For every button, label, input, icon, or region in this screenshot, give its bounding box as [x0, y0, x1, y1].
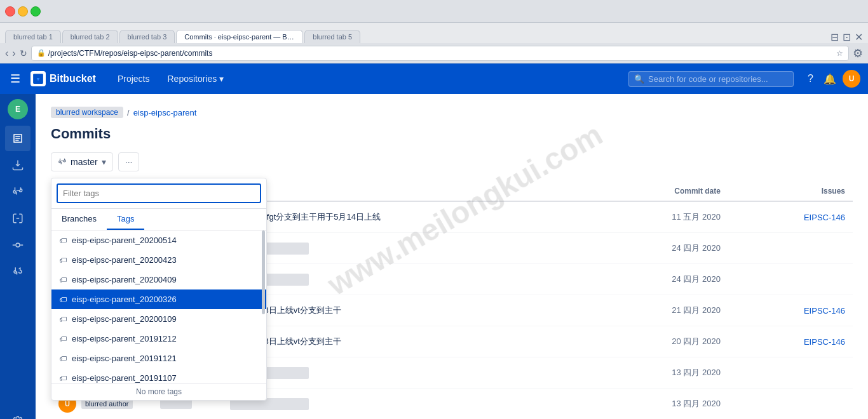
maximize-window-btn[interactable]: [31, 6, 41, 17]
commit-date: 21 四月 2020: [672, 305, 721, 315]
commit-date-cell: 13 四月 2020: [587, 389, 728, 420]
bitbucket-logo[interactable]: Bitbucket: [31, 71, 96, 86]
commit-message-cell: 合并4月23日上线vt分支到主干: [222, 326, 587, 357]
commit-date: 20 四月 2020: [672, 336, 721, 346]
sidebar-item-branches[interactable]: [5, 179, 31, 204]
browser-tab[interactable]: blurred tab 2: [62, 30, 118, 43]
sidebar-settings-btn[interactable]: [5, 409, 31, 419]
tag-label: eisp-eipsc-parent_20191212: [72, 334, 177, 343]
issue-link[interactable]: EIPSC-146: [804, 337, 845, 347]
commit-date: 24 四月 2020: [672, 243, 721, 253]
commit-date: 24 四月 2020: [672, 274, 721, 284]
svg-point-0: [16, 243, 20, 247]
tag-label: eisp-eipsc-parent_20200326: [72, 295, 177, 304]
minimize-icon[interactable]: ⊟: [831, 31, 839, 43]
close-icon[interactable]: ✕: [855, 31, 863, 43]
breadcrumb-separator: /: [127, 108, 130, 117]
tag-label: eisp-eipsc-parent_20191121: [72, 354, 177, 363]
dropdown-footer: No more tags: [51, 383, 266, 400]
branch-selector-row: master ▾ ··· Branches Tags 🏷 eisp-eipsc-…: [51, 152, 853, 171]
commit-issue-cell: EIPSC-146: [728, 326, 853, 357]
branch-icon: [58, 157, 67, 166]
branch-selector-btn[interactable]: master ▾: [51, 152, 113, 171]
branches-tab[interactable]: Branches: [51, 209, 107, 230]
address-bar[interactable]: 🔒 /projects/CTFM/repos/eisp-eipsc-parent…: [31, 46, 849, 61]
sidebar-item-downloads[interactable]: [5, 152, 31, 178]
commit-date-cell: 20 四月 2020: [587, 326, 728, 357]
list-item[interactable]: 🏷 eisp-eipsc-parent_20200514: [51, 230, 266, 250]
list-item[interactable]: 🏷 eisp-eipsc-parent_20200409: [51, 270, 266, 289]
browser-tab[interactable]: blurred tab 5: [304, 30, 360, 43]
commit-message-cell: [222, 233, 587, 264]
window-controls[interactable]: [5, 6, 41, 17]
tag-icon: 🏷: [59, 354, 67, 363]
commit-issue-cell: [728, 357, 853, 389]
commit-date: 13 四月 2020: [672, 399, 721, 408]
search-input[interactable]: [648, 74, 788, 84]
minimize-window-btn[interactable]: [18, 6, 28, 17]
lock-icon: 🔒: [37, 49, 46, 57]
tag-label: eisp-eipsc-parent_20200423: [72, 255, 177, 265]
refresh-btn[interactable]: ↻: [20, 48, 27, 58]
back-btn[interactable]: ‹: [5, 48, 8, 59]
notifications-icon[interactable]: 🔔: [820, 69, 840, 89]
commit-date-cell: 24 四月 2020: [587, 264, 728, 295]
commit-issue-cell: [728, 264, 853, 295]
list-item[interactable]: 🏷 eisp-eipsc-parent_20191121: [51, 349, 266, 368]
col-date: Commit date: [587, 182, 728, 201]
list-item[interactable]: 🏷 eisp-eipsc-parent_20191107: [51, 368, 266, 383]
commit-date-cell: 24 四月 2020: [587, 233, 728, 264]
nav-projects-link[interactable]: Projects: [111, 74, 156, 84]
address-text: /projects/CTFM/repos/eisp-eipsc-parent/c…: [48, 49, 213, 58]
list-item[interactable]: 🏷 eisp-eipsc-parent_20191212: [51, 329, 266, 349]
scrollbar-thumb[interactable]: [262, 230, 265, 314]
browser-tab[interactable]: blurred tab 1: [5, 30, 61, 43]
more-options-btn[interactable]: ···: [118, 152, 140, 171]
page-title: Commits: [51, 126, 853, 142]
sidebar-item-source[interactable]: [5, 126, 31, 151]
user-avatar[interactable]: U: [843, 70, 860, 88]
breadcrumb-repo-link[interactable]: eisp-eipsc-parent: [133, 108, 197, 117]
browser-tab[interactable]: blurred tab 3: [119, 30, 175, 43]
tag-icon: 🏷: [59, 276, 67, 284]
hamburger-menu-btn[interactable]: ☰: [8, 69, 23, 88]
filter-tags-input[interactable]: [57, 183, 261, 203]
forward-btn[interactable]: ›: [12, 48, 15, 59]
extensions-icon[interactable]: ⚙: [853, 46, 863, 60]
tag-label: eisp-eipsc-parent_20200409: [72, 275, 177, 284]
nav-search-box[interactable]: 🔍: [628, 71, 794, 87]
tag-label: eisp-eipsc-parent_20191107: [72, 373, 177, 383]
list-item[interactable]: 🏷 eisp-eipsc-parent_20200423: [51, 250, 266, 270]
help-icon[interactable]: ?: [804, 69, 817, 88]
restore-icon[interactable]: ⊡: [843, 31, 851, 43]
bitbucket-logo-text: Bitbucket: [50, 73, 96, 84]
tag-label: eisp-eipsc-parent_20200514: [72, 236, 177, 245]
nav-repositories-dropdown[interactable]: Repositories ▾: [161, 74, 230, 84]
nav-repositories-label: Repositories: [167, 74, 217, 84]
tags-tab[interactable]: Tags: [107, 209, 144, 230]
sidebar-item-compare[interactable]: [5, 206, 31, 231]
commit-message-cell: [222, 389, 587, 420]
breadcrumb: blurred workspace / eisp-eipsc-parent: [51, 107, 853, 118]
commit-date-cell: 13 四月 2020: [587, 357, 728, 389]
issue-link[interactable]: EIPSC-146: [804, 306, 845, 316]
commit-date-cell: 11 五月 2020: [587, 201, 728, 233]
tag-label: eisp-eipsc-parent_20200109: [72, 314, 177, 324]
col-issues: Issues: [728, 182, 853, 201]
star-icon[interactable]: ☆: [836, 49, 843, 58]
issue-link[interactable]: EIPSC-146: [804, 213, 845, 222]
breadcrumb-workspace-link[interactable]: blurred workspace: [51, 107, 123, 118]
browser-tab-active[interactable]: Commits · eisp-eipsc-parent — Bitbucket: [176, 30, 303, 43]
commit-message-cell: [222, 264, 587, 295]
list-item-selected[interactable]: 🏷 eisp-eipsc-parent_20200326: [51, 289, 266, 309]
commit-date: 13 四月 2020: [672, 368, 721, 377]
sidebar-item-commits[interactable]: [5, 232, 31, 258]
sidebar-repo-avatar[interactable]: E: [8, 99, 28, 119]
dropdown-tabs: Branches Tags: [51, 209, 266, 230]
search-icon: 🔍: [634, 74, 644, 84]
commit-message-cell: 合并act\tt\fgt分支到主干用于5月14日上线: [222, 201, 587, 233]
close-window-btn[interactable]: [5, 6, 15, 17]
top-navigation: ☰ Bitbucket Projects Repositories ▾ 🔍 ? …: [0, 63, 868, 94]
list-item[interactable]: 🏷 eisp-eipsc-parent_20200109: [51, 309, 266, 329]
sidebar-item-forks[interactable]: [5, 259, 31, 284]
